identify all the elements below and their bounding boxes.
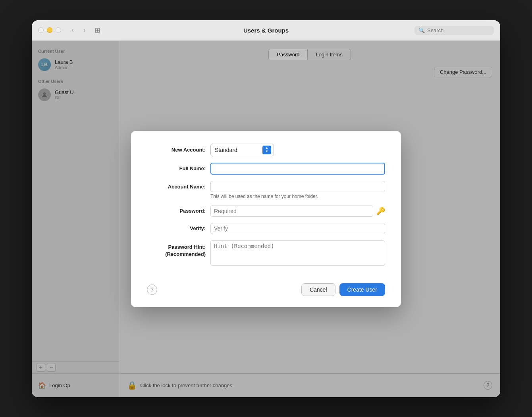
new-user-dialog: New Account: Standard ▲ ▼ Full Name: xyxy=(131,131,401,307)
key-icon[interactable]: 🔑 xyxy=(376,207,385,215)
minimize-button[interactable] xyxy=(47,27,52,33)
verify-input[interactable] xyxy=(210,223,385,234)
title-bar: ‹ › ⊞ Users & Groups 🔍 xyxy=(32,20,500,41)
create-user-button[interactable]: Create User xyxy=(339,283,385,296)
close-button[interactable] xyxy=(38,27,44,33)
password-label: Password: xyxy=(147,208,210,214)
window: ‹ › ⊞ Users & Groups 🔍 Current User LB L… xyxy=(32,20,500,397)
search-input[interactable] xyxy=(427,27,490,33)
verify-row: Verify: xyxy=(147,223,385,234)
nav-buttons: ‹ › xyxy=(67,25,90,35)
window-title: Users & Groups xyxy=(243,27,289,34)
dialog-buttons: Cancel Create User xyxy=(301,283,385,296)
account-type-value: Standard xyxy=(215,147,237,153)
grid-icon: ⊞ xyxy=(94,26,100,35)
maximize-button[interactable] xyxy=(56,27,61,33)
content-area: Current User LB Laura B Admin Other User… xyxy=(32,41,500,397)
dialog-overlay: New Account: Standard ▲ ▼ Full Name: xyxy=(32,41,500,397)
account-name-input[interactable] xyxy=(210,181,385,192)
password-row: Password: 🔑 xyxy=(147,206,385,217)
account-type-select[interactable]: Standard ▲ ▼ xyxy=(210,144,274,156)
traffic-lights xyxy=(38,27,61,33)
password-input[interactable] xyxy=(210,206,373,217)
forward-button[interactable]: › xyxy=(79,25,90,35)
dropdown-arrows-icon: ▲ ▼ xyxy=(262,146,271,154)
verify-label: Verify: xyxy=(147,225,210,231)
back-button[interactable]: ‹ xyxy=(67,25,78,35)
help-button-dialog[interactable]: ? xyxy=(147,284,157,295)
password-hint-row: Password Hint: (Recommended) xyxy=(147,240,385,267)
password-hint-label: Password Hint: (Recommended) xyxy=(147,240,210,258)
new-account-label: New Account: xyxy=(147,147,210,153)
full-name-input[interactable] xyxy=(210,163,385,175)
new-account-row: New Account: Standard ▲ ▼ xyxy=(147,144,385,156)
dialog-footer: ? Cancel Create User xyxy=(147,283,385,296)
password-hint-input[interactable] xyxy=(210,240,385,266)
account-name-row: Account Name: This will be used as the n… xyxy=(147,181,385,199)
search-bar[interactable]: 🔍 xyxy=(414,26,494,35)
cancel-button[interactable]: Cancel xyxy=(301,283,335,296)
account-name-label: Account Name: xyxy=(147,181,210,190)
full-name-label: Full Name: xyxy=(147,165,210,171)
search-icon: 🔍 xyxy=(418,27,425,33)
account-name-hint: This will be used as the name for your h… xyxy=(210,194,385,199)
full-name-row: Full Name: xyxy=(147,163,385,175)
